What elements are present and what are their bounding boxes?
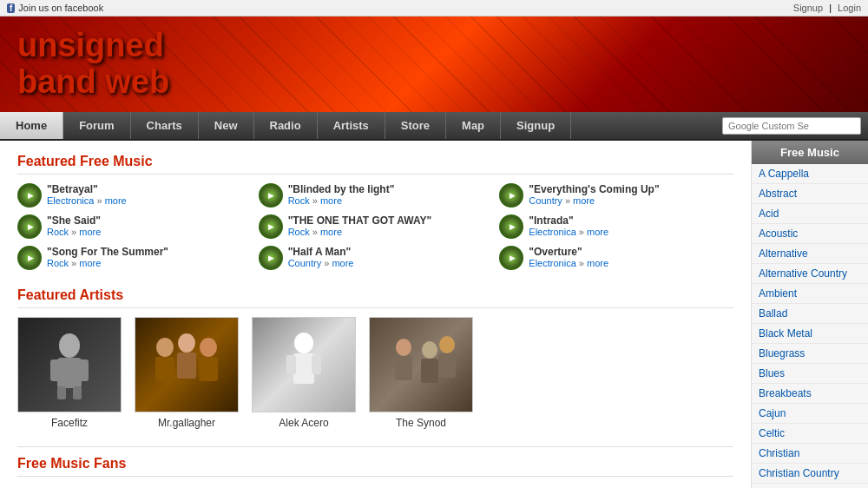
artist-name-4: The Synod <box>396 417 446 429</box>
music-item-9: "Overture" Electronica » more <box>499 246 733 270</box>
nav-home[interactable]: Home <box>0 112 63 139</box>
sidebar-item-celtic[interactable]: Celtic <box>752 424 868 444</box>
music-info-9: "Overture" Electronica » more <box>529 246 733 268</box>
svg-rect-9 <box>177 353 196 379</box>
artist-name-2: Mr.gallagher <box>158 417 215 429</box>
play-button-7[interactable] <box>17 246 42 270</box>
facebook-link-text: Join us on facebook <box>18 3 103 13</box>
play-button-8[interactable] <box>259 246 283 270</box>
sidebar-item-acoustic[interactable]: Acoustic <box>752 224 868 244</box>
music-item-8: "Half A Man" Country » more <box>259 246 493 270</box>
login-link[interactable]: Login <box>838 3 861 13</box>
nav-search-area <box>715 114 868 138</box>
sidebar-item-blues[interactable]: Blues <box>752 364 868 384</box>
music-info-1: "Betrayal" Electronica » more <box>47 183 252 206</box>
svg-rect-3 <box>78 359 89 381</box>
sidebar-item-alternative-country[interactable]: Alternative Country <box>752 264 868 284</box>
nav-store[interactable]: Store <box>385 112 446 139</box>
artist-image-4 <box>369 317 473 412</box>
svg-point-20 <box>439 336 455 353</box>
section-divider <box>17 446 733 447</box>
svg-point-0 <box>59 333 80 358</box>
genre-link-2[interactable]: Rock <box>288 195 310 206</box>
nav-artists[interactable]: Artists <box>318 112 385 139</box>
artist-item-2[interactable]: Mr.gallagher <box>135 317 239 429</box>
artist-item-3[interactable]: Alek Acero <box>252 317 356 429</box>
music-info-7: "Song For The Summer" Rock » more <box>47 246 252 268</box>
sidebar-item-ballad[interactable]: Ballad <box>752 304 868 324</box>
search-input[interactable] <box>722 117 861 135</box>
sidebar-item-ambient[interactable]: Ambient <box>752 284 868 304</box>
music-item-5: "THE ONE THAT GOT AWAY" Rock » more <box>259 214 493 239</box>
genre-link-5[interactable]: Rock <box>288 227 310 237</box>
more-link-1[interactable]: more <box>105 195 127 206</box>
genre-link-1[interactable]: Electronica <box>47 195 94 206</box>
nav-signup[interactable]: Signup <box>501 112 571 139</box>
sidebar-item-black-metal[interactable]: Black Metal <box>752 324 868 344</box>
signup-link[interactable]: Signup <box>793 3 823 13</box>
play-button-6[interactable] <box>499 214 523 239</box>
more-link-4[interactable]: more <box>79 227 101 237</box>
svg-point-12 <box>294 333 313 353</box>
genre-link-8[interactable]: Country <box>288 258 322 268</box>
more-link-9[interactable]: more <box>587 258 608 268</box>
facebook-link[interactable]: Join us on facebook <box>7 3 103 13</box>
artist-item-4[interactable]: The Synod <box>369 317 473 429</box>
music-title-1: "Betrayal" <box>47 183 252 195</box>
sidebar-item-christian[interactable]: Christian <box>752 444 868 464</box>
music-item-6: "Intrada" Electronica » more <box>499 214 733 239</box>
play-button-9[interactable] <box>499 246 523 270</box>
logo-line2: band web <box>17 64 169 101</box>
play-button-1[interactable] <box>17 183 42 208</box>
genre-link-3[interactable]: Country <box>529 195 562 206</box>
svg-rect-21 <box>438 353 456 378</box>
sidebar-item-acappella[interactable]: A Cappella <box>752 164 868 184</box>
genre-link-7[interactable]: Rock <box>47 258 69 268</box>
artist-item-1[interactable]: Facefitz <box>17 317 122 429</box>
genre-link-6[interactable]: Electronica <box>529 227 575 237</box>
music-genre-4: Rock » more <box>47 227 252 237</box>
play-button-2[interactable] <box>259 183 283 208</box>
sidebar-item-bluegrass[interactable]: Bluegrass <box>752 344 868 364</box>
svg-point-18 <box>422 341 437 359</box>
sidebar-item-alternative[interactable]: Alternative <box>752 244 868 264</box>
music-item-7: "Song For The Summer" Rock » more <box>17 246 252 270</box>
nav-forum[interactable]: Forum <box>63 112 130 139</box>
nav-new[interactable]: New <box>199 112 254 139</box>
more-link-3[interactable]: more <box>573 195 595 206</box>
sidebar-item-christian-hiphop[interactable]: Christian HipHop <box>752 484 868 488</box>
genre-link-9[interactable]: Electronica <box>529 258 575 268</box>
music-genre-9: Electronica » more <box>529 258 733 268</box>
more-link-2[interactable]: more <box>320 195 342 206</box>
play-button-4[interactable] <box>17 214 42 239</box>
more-link-5[interactable]: more <box>320 227 342 237</box>
more-link-8[interactable]: more <box>332 258 353 268</box>
svg-rect-14 <box>286 355 296 374</box>
top-bar: Join us on facebook Signup | Login <box>0 0 868 16</box>
auth-links: Signup | Login <box>793 3 861 13</box>
music-grid: "Betrayal" Electronica » more "Blinded b… <box>17 183 733 270</box>
sidebar-item-cajun[interactable]: Cajun <box>752 404 868 424</box>
sidebar-item-acid[interactable]: Acid <box>752 204 868 224</box>
play-button-3[interactable] <box>499 183 523 208</box>
music-info-6: "Intrada" Electronica » more <box>529 214 733 237</box>
more-link-7[interactable]: more <box>79 258 101 268</box>
featured-music-title: Featured Free Music <box>17 154 733 175</box>
play-button-5[interactable] <box>259 214 283 239</box>
music-genre-6: Electronica » more <box>529 227 733 237</box>
genre-link-4[interactable]: Rock <box>47 227 69 237</box>
music-info-2: "Blinded by the light" Rock » more <box>288 183 493 206</box>
nav-map[interactable]: Map <box>446 112 501 139</box>
svg-point-6 <box>156 338 174 357</box>
nav-radio[interactable]: Radio <box>254 112 318 139</box>
svg-rect-5 <box>73 386 82 399</box>
nav-charts[interactable]: Charts <box>131 112 199 139</box>
music-title-9: "Overture" <box>529 246 733 258</box>
sidebar-item-christian-country[interactable]: Christian Country <box>752 464 868 484</box>
music-genre-5: Rock » more <box>288 227 493 237</box>
sidebar-item-abstract[interactable]: Abstract <box>752 184 868 204</box>
sidebar-title: Free Music <box>752 141 868 164</box>
more-link-6[interactable]: more <box>587 227 608 237</box>
svg-rect-2 <box>50 359 61 381</box>
sidebar-item-breakbeats[interactable]: Breakbeats <box>752 384 868 404</box>
